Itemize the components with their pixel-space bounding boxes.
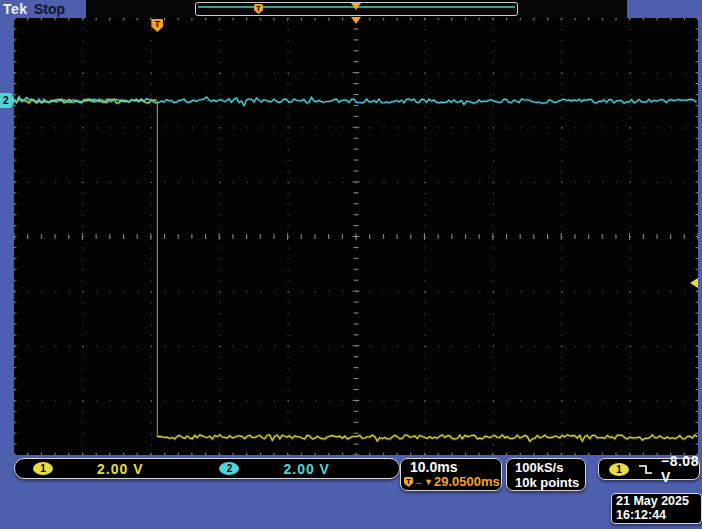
channel-scale-readout: 1 2.00 V 2 2.00 V <box>14 458 400 479</box>
ch2-badge: 2 <box>219 462 239 475</box>
delay-arrow-icon: → <box>414 475 423 489</box>
delay-value: 29.0500ms <box>434 475 500 489</box>
ch1-scale-value: 2.00 V <box>97 461 143 477</box>
delay-trigger-icon: T <box>404 477 413 487</box>
time-value: 16:12:44 <box>616 508 701 522</box>
record-preview-bar: T <box>195 2 518 16</box>
preview-center-arrow-icon <box>351 3 361 10</box>
trigger-readout: 1 −8.08 V <box>598 458 700 480</box>
timebase-value: 10.0ms <box>410 460 501 475</box>
date-value: 21 May 2025 <box>616 494 701 508</box>
sample-rate-value: 100kS/s <box>515 460 585 475</box>
acquisition-readout: 100kS/s 10k points <box>506 458 586 491</box>
datetime-readout: 21 May 2025 16:12:44 <box>611 493 702 524</box>
trigger-source-badge: 1 <box>609 463 629 476</box>
preview-trigger-icon: T <box>254 4 263 14</box>
top-banner: Tek Stop T <box>0 0 702 18</box>
graticule <box>14 18 698 455</box>
ch2-scale-value: 2.00 V <box>283 461 329 477</box>
ch1-badge: 1 <box>33 462 53 475</box>
waveform-svg <box>14 18 698 455</box>
trigger-level-value: −8.08 V <box>661 453 699 485</box>
falling-edge-icon <box>638 463 654 475</box>
oscilloscope-screen: Tek Stop T T 2 1 2.00 V 2 2.00 V 10.0ms … <box>0 0 702 529</box>
trigger-level-arrow-icon <box>690 278 698 288</box>
record-length-value: 10k points <box>515 475 585 490</box>
top-strip: T <box>86 0 627 18</box>
expansion-point-arrow-icon <box>351 17 361 24</box>
delay-marker-icon: ▼ <box>424 475 433 489</box>
timebase-readout: 10.0ms T → ▼ 29.0500ms <box>400 458 502 491</box>
tek-logo: Tek <box>3 1 28 17</box>
trigger-delay-readout: T → ▼ 29.0500ms <box>404 475 501 489</box>
channel2-position-marker: 2 <box>0 93 15 108</box>
acquisition-status: Stop <box>34 1 65 17</box>
